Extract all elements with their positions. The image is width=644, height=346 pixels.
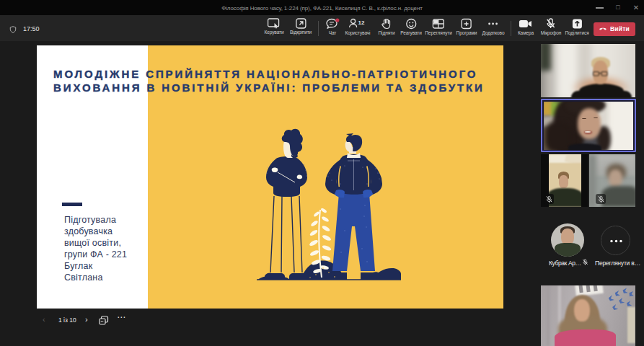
svg-text:12: 12: [358, 19, 365, 26]
